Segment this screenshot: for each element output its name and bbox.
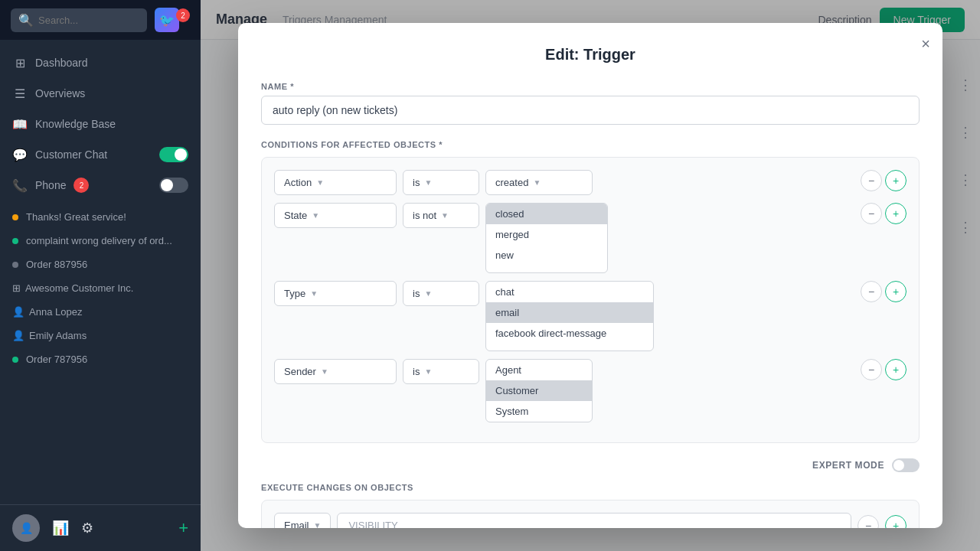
- state-dropdown[interactable]: closed merged new open pending close: [485, 203, 608, 273]
- execute-row: Email ▼ VISIBILITY − +: [274, 513, 906, 528]
- dropdown-option[interactable]: merged: [486, 224, 607, 245]
- condition-operator-label: is: [413, 366, 420, 377]
- list-item[interactable]: 👤 Anna Lopez: [0, 300, 201, 324]
- condition-value-label: created: [495, 177, 528, 188]
- condition-field-select[interactable]: Sender ▼: [274, 359, 397, 384]
- condition-operator-label: is not: [413, 210, 436, 221]
- search-icon: 🔍: [18, 13, 34, 28]
- phone-badge: 2: [74, 178, 89, 193]
- condition-field-label: State: [284, 210, 307, 221]
- remove-condition-button[interactable]: −: [861, 203, 882, 224]
- edit-trigger-modal: Edit: Trigger × NAME * CONDITIONS FOR AF…: [238, 23, 942, 528]
- sender-dropdown[interactable]: Agent Customer System: [485, 359, 593, 422]
- trigger-name-input[interactable]: [261, 96, 920, 125]
- condition-field-select[interactable]: Action ▼: [274, 170, 397, 195]
- add-condition-button[interactable]: +: [885, 203, 906, 224]
- search-bar[interactable]: 🔍: [11, 8, 147, 32]
- condition-field-select[interactable]: Type ▼: [274, 281, 397, 306]
- sidebar-item-knowledge-base[interactable]: 📖 Knowledge Base: [0, 109, 201, 139]
- knowledge-base-icon: 📖: [12, 116, 28, 132]
- list-item[interactable]: Thanks! Great service!: [0, 205, 201, 229]
- chevron-down-icon: ▼: [441, 211, 449, 220]
- condition-field-label: Sender: [284, 366, 316, 377]
- list-item[interactable]: Order 887956: [0, 253, 201, 276]
- dropdown-option[interactable]: chat: [486, 282, 653, 302]
- sidebar-item-dashboard[interactable]: ⊞ Dashboard: [0, 47, 201, 78]
- add-condition-button[interactable]: +: [885, 170, 906, 191]
- remove-condition-button[interactable]: −: [861, 359, 882, 380]
- logo-area: 🐦 2: [155, 8, 190, 32]
- list-item[interactable]: ⊞ Awesome Customer Inc.: [0, 276, 201, 300]
- visibility-field[interactable]: VISIBILITY: [337, 513, 851, 528]
- name-label: NAME *: [261, 82, 920, 91]
- conversations-section: Thanks! Great service! complaint wrong d…: [0, 201, 201, 376]
- dropdown-option[interactable]: System: [486, 401, 592, 422]
- dropdown-option[interactable]: facebook feed comment: [486, 344, 653, 350]
- sender-dropdown-list: Agent Customer System: [486, 360, 592, 422]
- list-item[interactable]: 👤 Emily Adams: [0, 324, 201, 347]
- chevron-down-icon: ▼: [321, 367, 328, 376]
- modal-close-button[interactable]: ×: [921, 35, 930, 53]
- search-input[interactable]: [38, 15, 139, 26]
- phone-toggle[interactable]: [159, 178, 188, 193]
- remove-condition-button[interactable]: −: [861, 281, 882, 302]
- logo-icon: 🐦: [155, 8, 179, 32]
- add-execute-button[interactable]: +: [885, 515, 906, 529]
- condition-row: Type ▼ is ▼ chat email facebook direct-m…: [274, 281, 906, 351]
- dropdown-option[interactable]: Agent: [486, 360, 592, 380]
- settings-icon[interactable]: ⚙: [81, 520, 93, 536]
- chevron-down-icon: ▼: [533, 178, 541, 187]
- avatar[interactable]: 👤: [12, 514, 40, 542]
- sidebar-item-phone[interactable]: 📞 Phone 2: [0, 170, 201, 201]
- condition-operator-select[interactable]: is ▼: [403, 281, 479, 306]
- remove-execute-button[interactable]: −: [858, 515, 879, 529]
- remove-condition-button[interactable]: −: [861, 170, 882, 191]
- chart-icon[interactable]: 📊: [52, 520, 69, 536]
- sidebar-item-customer-chat[interactable]: 💬 Customer Chat: [0, 139, 201, 170]
- condition-value-select[interactable]: created ▼: [485, 170, 593, 195]
- person-icon: 👤: [12, 330, 24, 341]
- status-indicator: [12, 214, 18, 220]
- chevron-down-icon: ▼: [314, 521, 322, 528]
- sidebar-item-label: Dashboard: [35, 57, 88, 69]
- condition-operator-select[interactable]: is not ▼: [403, 203, 479, 228]
- add-button[interactable]: +: [178, 518, 188, 538]
- add-condition-button[interactable]: +: [885, 281, 906, 302]
- conversation-title: Order 787956: [26, 354, 188, 365]
- dropdown-option[interactable]: new: [486, 245, 607, 266]
- condition-field-select[interactable]: State ▼: [274, 203, 397, 228]
- dropdown-option[interactable]: Customer: [486, 380, 592, 401]
- dropdown-option[interactable]: facebook direct-message: [486, 323, 653, 344]
- list-item[interactable]: complaint wrong delivery of ord...: [0, 229, 201, 253]
- sidebar: 🔍 🐦 2 ⊞ Dashboard ☰ Overviews 📖 Knowledg…: [0, 0, 201, 551]
- conversation-title: Awesome Customer Inc.: [25, 282, 188, 294]
- phone-icon: 📞: [12, 178, 28, 193]
- dropdown-option[interactable]: email: [486, 302, 653, 323]
- modal-title: Edit: Trigger: [261, 46, 920, 64]
- conversation-title: Thanks! Great service!: [26, 211, 188, 223]
- customer-chat-toggle[interactable]: [159, 147, 188, 162]
- condition-operator-select[interactable]: is ▼: [403, 170, 479, 195]
- chevron-down-icon: ▼: [316, 178, 324, 187]
- dashboard-icon: ⊞: [12, 55, 28, 70]
- condition-operator-label: is: [413, 288, 420, 299]
- expert-mode-row: EXPERT MODE: [261, 458, 920, 472]
- modal-overlay: Edit: Trigger × NAME * CONDITIONS FOR AF…: [201, 0, 980, 551]
- list-item[interactable]: Order 787956: [0, 347, 201, 371]
- overviews-icon: ☰: [12, 86, 28, 101]
- condition-field-label: Action: [284, 177, 312, 188]
- conversation-title: Emily Adams: [29, 330, 188, 341]
- notification-badge: 2: [176, 8, 190, 22]
- add-condition-button[interactable]: +: [885, 359, 906, 380]
- chevron-down-icon: ▼: [424, 178, 432, 187]
- chevron-down-icon: ▼: [312, 211, 319, 220]
- sidebar-item-overviews[interactable]: ☰ Overviews: [0, 78, 201, 109]
- dropdown-option[interactable]: open: [486, 266, 607, 272]
- condition-operator-select[interactable]: is ▼: [403, 359, 479, 384]
- execute-type-select[interactable]: Email ▼: [274, 513, 331, 528]
- type-dropdown[interactable]: chat email facebook direct-message faceb…: [485, 281, 654, 351]
- expert-mode-toggle[interactable]: [892, 458, 920, 472]
- dropdown-option[interactable]: closed: [486, 204, 607, 224]
- chevron-down-icon: ▼: [310, 289, 318, 298]
- sidebar-item-label: Phone: [35, 179, 66, 191]
